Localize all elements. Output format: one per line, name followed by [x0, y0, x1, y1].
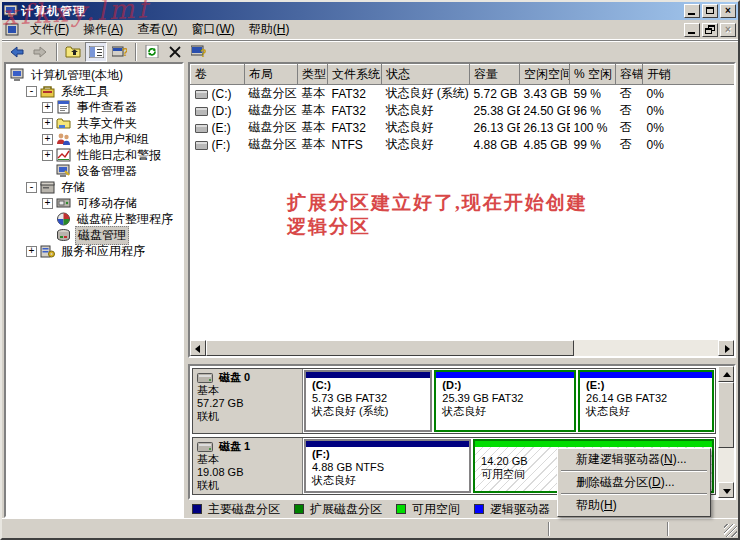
- expand-icon[interactable]: +: [42, 134, 53, 145]
- volume-table-header: 卷 布局 类型 文件系统 状态 容量 空闲空间 % 空闲 容错 开销: [191, 65, 737, 85]
- help-button[interactable]: ?: [187, 42, 209, 62]
- show-hide-tree-button[interactable]: [85, 42, 107, 62]
- services-icon: [40, 244, 55, 258]
- col-free-space[interactable]: 空闲空间: [520, 65, 570, 85]
- expand-icon[interactable]: +: [42, 102, 53, 113]
- context-menu: 新建逻辑驱动器(N)... 删除磁盘分区(D)... 帮助(H): [557, 448, 711, 517]
- expand-icon[interactable]: +: [42, 198, 53, 209]
- partition-d[interactable]: (D:) 25.39 GB FAT32 状态良好: [434, 370, 576, 432]
- disk-1-label[interactable]: 磁盘 1 基本 19.08 GB 联机: [193, 438, 303, 494]
- menu-action[interactable]: 操作(A): [76, 19, 130, 40]
- scroll-down-button[interactable]: [718, 482, 734, 498]
- forward-button[interactable]: [29, 42, 51, 62]
- folder-up-icon: [65, 45, 81, 58]
- volume-row[interactable]: (E:) 磁盘分区基本FAT32 状态良好26.13 GB26.13 GB 10…: [191, 119, 737, 136]
- menu-separator: [561, 470, 707, 472]
- col-type[interactable]: 类型: [298, 65, 328, 85]
- partition-f[interactable]: (F:) 4.88 GB NTFS 状态良好: [304, 439, 471, 493]
- expand-icon[interactable]: +: [26, 246, 37, 257]
- sidebar-item-disk-management[interactable]: 磁盘管理: [6, 227, 182, 243]
- child-restore-button[interactable]: [702, 23, 718, 37]
- menu-item-help[interactable]: 帮助(H): [559, 496, 709, 515]
- col-volume[interactable]: 卷: [191, 65, 245, 85]
- child-minimize-button[interactable]: [684, 23, 700, 37]
- col-layout[interactable]: 布局: [245, 65, 298, 85]
- expand-icon[interactable]: +: [42, 118, 53, 129]
- maximize-button[interactable]: [702, 4, 718, 18]
- shared-folder-icon: [56, 116, 71, 130]
- users-icon: [56, 132, 71, 146]
- collapse-icon[interactable]: -: [26, 86, 37, 97]
- vertical-scrollbar[interactable]: [718, 366, 734, 498]
- delete-button[interactable]: [164, 42, 186, 62]
- sidebar-item-removable-storage[interactable]: + 可移动存储: [6, 195, 182, 211]
- up-one-level-button[interactable]: [62, 42, 84, 62]
- back-button[interactable]: [6, 42, 28, 62]
- close-icon: ×: [725, 25, 731, 35]
- scrollbar-thumb[interactable]: [718, 382, 734, 448]
- close-icon: ×: [725, 6, 731, 16]
- menu-view[interactable]: 查看(V): [130, 19, 184, 40]
- window-title: 计算机管理: [21, 3, 682, 20]
- menu-window[interactable]: 窗口(W): [184, 19, 241, 40]
- forward-icon: [33, 46, 47, 58]
- toolbar: ? ?: [2, 40, 738, 62]
- sidebar-item-services-applications[interactable]: + 服务和应用程序: [6, 243, 182, 259]
- menu-item-new-logical-drive[interactable]: 新建逻辑驱动器(N)...: [559, 450, 709, 469]
- collapse-icon[interactable]: -: [26, 182, 37, 193]
- scroll-right-button[interactable]: [718, 340, 734, 356]
- volume-row[interactable]: (D:) 磁盘分区基本FAT32 状态良好25.38 GB24.50 GB 96…: [191, 102, 737, 119]
- app-icon: [4, 5, 18, 18]
- minimize-button[interactable]: [684, 4, 700, 18]
- help-icon: ?: [191, 45, 206, 58]
- horizontal-scrollbar[interactable]: [190, 340, 734, 356]
- col-fault-tolerance[interactable]: 容错: [616, 65, 643, 85]
- sidebar-item-shared-folders[interactable]: + 共享文件夹: [6, 115, 182, 131]
- col-pct-free[interactable]: % 空闲: [570, 65, 616, 85]
- extended-partition-swatch: [294, 504, 304, 514]
- computer-icon: [10, 68, 25, 82]
- sidebar-item-computer-management[interactable]: 计算机管理(本地): [6, 67, 182, 83]
- svg-text:?: ?: [122, 46, 127, 58]
- expand-icon[interactable]: +: [42, 150, 53, 161]
- volume-table: 卷 布局 类型 文件系统 状态 容量 空闲空间 % 空闲 容错 开销 (C:) …: [190, 64, 736, 153]
- col-capacity[interactable]: 容量: [470, 65, 520, 85]
- col-status[interactable]: 状态: [382, 65, 470, 85]
- device-manager-icon: [56, 164, 71, 178]
- sidebar-item-device-manager[interactable]: 设备管理器: [6, 163, 182, 179]
- console-document-icon: [5, 23, 19, 37]
- properties-icon: ?: [112, 45, 127, 58]
- menu-item-delete-partition[interactable]: 删除磁盘分区(D)...: [559, 473, 709, 492]
- sidebar-item-performance-logs[interactable]: + 性能日志和警报: [6, 147, 182, 163]
- col-filesystem[interactable]: 文件系统: [328, 65, 382, 85]
- sidebar-item-local-users-groups[interactable]: + 本地用户和组: [6, 131, 182, 147]
- scroll-up-button[interactable]: [718, 366, 734, 382]
- volume-icon: [195, 90, 208, 99]
- scroll-left-button[interactable]: [190, 340, 206, 356]
- back-icon: [10, 46, 24, 58]
- col-overhead[interactable]: 开销: [643, 65, 737, 85]
- partition-c[interactable]: (C:) 5.73 GB FAT32 状态良好 (系统): [304, 370, 432, 432]
- resize-grip[interactable]: [724, 524, 737, 537]
- menu-help[interactable]: 帮助(H): [242, 19, 297, 40]
- title-bar[interactable]: 计算机管理 ×: [2, 2, 738, 20]
- volume-row[interactable]: (F:) 磁盘分区基本NTFS 状态良好4.88 GB4.85 GB 99 %否…: [191, 136, 737, 153]
- performance-icon: [56, 148, 71, 162]
- menu-file[interactable]: 文件(F): [23, 19, 76, 40]
- toolbar-separator: [56, 43, 58, 61]
- properties-button[interactable]: ?: [108, 42, 130, 62]
- statusbar-divider: [548, 522, 550, 536]
- system-tools-icon: [40, 84, 55, 98]
- sidebar-item-system-tools[interactable]: - 系统工具: [6, 83, 182, 99]
- statusbar-divider: [667, 522, 669, 536]
- sidebar-item-event-viewer[interactable]: + 事件查看器: [6, 99, 182, 115]
- disk-0-row: 磁盘 0 基本 57.27 GB 联机 (C:) 5.73 GB: [192, 368, 716, 434]
- volume-row[interactable]: (C:) 磁盘分区基本FAT32 状态良好 (系统)5.72 GB3.43 GB…: [191, 85, 737, 103]
- refresh-button[interactable]: [141, 42, 163, 62]
- sidebar-item-storage[interactable]: - 存储: [6, 179, 182, 195]
- defragmenter-icon: [56, 212, 71, 226]
- close-button[interactable]: ×: [720, 4, 736, 18]
- disk-0-label[interactable]: 磁盘 0 基本 57.27 GB 联机: [193, 369, 303, 433]
- partition-e[interactable]: (E:) 26.14 GB FAT32 状态良好: [578, 370, 714, 432]
- scrollbar-thumb[interactable]: [206, 340, 574, 356]
